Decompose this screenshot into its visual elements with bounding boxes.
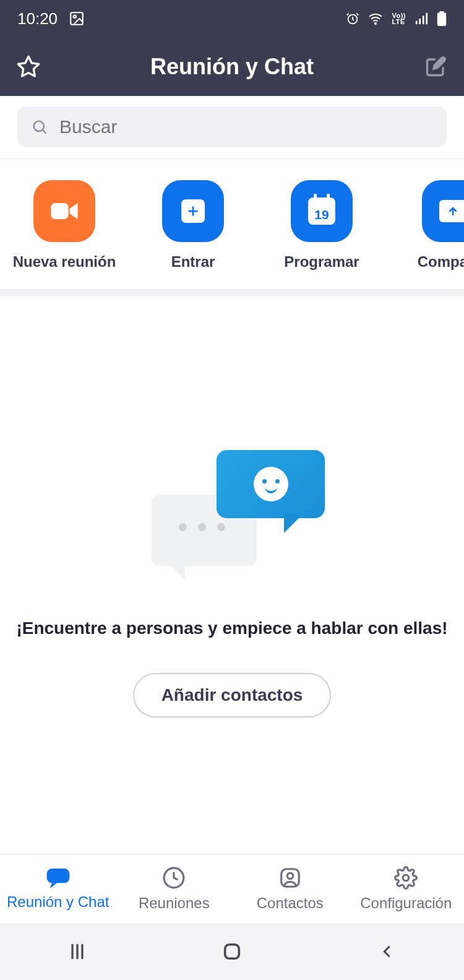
svg-point-17 <box>403 875 410 881</box>
search-field[interactable] <box>17 106 447 147</box>
search-section <box>0 96 464 159</box>
search-icon <box>31 118 48 136</box>
chat-illustration <box>139 450 325 580</box>
share-button[interactable]: Compartir <box>389 180 464 271</box>
android-nav-bar <box>0 923 464 980</box>
action-label: Compartir <box>418 253 464 271</box>
tab-meetings[interactable]: Reuniones <box>116 854 233 923</box>
svg-rect-6 <box>423 15 424 24</box>
svg-rect-9 <box>439 11 444 14</box>
android-recents-button[interactable] <box>64 939 90 965</box>
action-label: Programar <box>284 253 359 271</box>
svg-rect-4 <box>416 21 418 24</box>
status-time: 10:20 <box>17 9 58 28</box>
video-icon <box>33 180 95 242</box>
svg-rect-5 <box>419 19 421 24</box>
tab-label: Contactos <box>257 895 324 912</box>
wifi-icon <box>368 11 383 26</box>
svg-point-16 <box>287 873 293 879</box>
clock-icon <box>162 866 186 890</box>
action-label: Nueva reunión <box>13 253 116 271</box>
empty-title: ¡Encuentre a personas y empiece a hablar… <box>16 618 447 638</box>
app-bar: Reunión y Chat <box>0 37 464 96</box>
star-button[interactable] <box>15 53 42 80</box>
tab-label: Configuración <box>360 895 452 912</box>
svg-rect-12 <box>51 203 68 219</box>
quick-actions: Nueva reunión Entrar 19 Programar Compar… <box>0 159 464 297</box>
tab-bar: Reunión y Chat Reuniones Contactos Confi… <box>0 854 464 923</box>
svg-point-3 <box>375 23 376 24</box>
join-button[interactable]: Entrar <box>129 180 257 271</box>
alarm-icon <box>346 12 359 25</box>
schedule-button[interactable]: 19 Programar <box>257 180 386 271</box>
signal-icon <box>415 12 428 25</box>
svg-rect-7 <box>426 13 427 24</box>
plus-icon <box>162 180 224 242</box>
android-back-button[interactable] <box>374 939 400 965</box>
page-title: Reunión y Chat <box>150 54 314 80</box>
tab-label: Reuniones <box>139 895 210 912</box>
tab-meet-chat[interactable]: Reunión y Chat <box>0 854 116 923</box>
volte-icon: Vo))LTE <box>392 12 406 25</box>
action-label: Entrar <box>171 253 215 271</box>
calendar-day: 19 <box>314 207 329 222</box>
android-home-button[interactable] <box>219 939 245 965</box>
svg-rect-0 <box>71 12 83 25</box>
add-contacts-button[interactable]: Añadir contactos <box>133 673 332 718</box>
svg-rect-13 <box>46 869 69 883</box>
tab-label: Reunión y Chat <box>7 893 109 911</box>
svg-marker-10 <box>18 56 38 76</box>
image-icon <box>69 11 85 27</box>
tab-contacts[interactable]: Contactos <box>232 854 348 923</box>
gear-icon <box>394 866 418 890</box>
svg-rect-8 <box>437 12 446 26</box>
tab-settings[interactable]: Configuración <box>348 854 465 923</box>
svg-point-11 <box>34 121 44 131</box>
chat-bubble-icon <box>46 867 71 888</box>
svg-point-1 <box>74 15 76 18</box>
compose-button[interactable] <box>422 53 449 80</box>
person-icon <box>278 866 302 890</box>
calendar-icon: 19 <box>291 180 353 242</box>
battery-icon <box>437 11 447 26</box>
empty-state: ¡Encuentre a personas y empiece a hablar… <box>0 297 464 718</box>
new-meeting-button[interactable]: Nueva reunión <box>0 180 129 271</box>
status-bar: 10:20 Vo))LTE <box>0 0 464 37</box>
svg-rect-18 <box>225 945 239 959</box>
share-screen-icon <box>422 180 464 242</box>
search-input[interactable] <box>59 116 433 137</box>
